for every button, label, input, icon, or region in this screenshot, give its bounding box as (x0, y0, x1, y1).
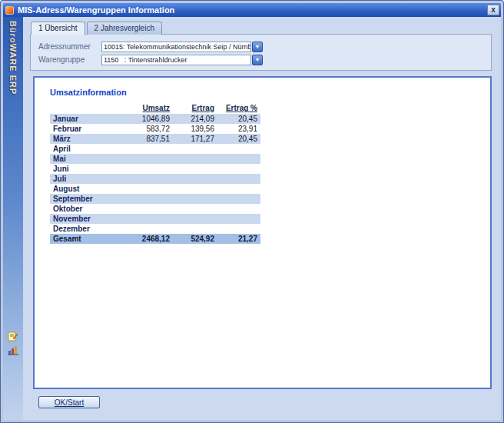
month-cell: Gesamt (50, 234, 122, 244)
umsatz-table-body: Januar1046,89214,0920,45Februar583,72139… (50, 114, 260, 244)
value-cell (217, 204, 260, 214)
value-cell (217, 214, 260, 224)
value-cell (122, 144, 173, 154)
value-cell (122, 174, 173, 184)
value-cell (173, 224, 217, 234)
value-cell: 139,56 (173, 124, 217, 134)
value-cell (173, 204, 217, 214)
value-cell (122, 184, 173, 194)
adressnummer-field[interactable]: 10015: Telekommunikationstechnik Seip / … (101, 42, 251, 52)
value-cell (217, 144, 260, 154)
umsatz-table: Umsatz Ertrag Ertrag % Januar1046,89214,… (50, 102, 260, 244)
value-cell: 171,27 (173, 134, 217, 144)
table-row: Juli (50, 174, 260, 184)
value-cell (122, 204, 173, 214)
value-cell: 23,91 (217, 124, 260, 134)
value-cell: 20,45 (217, 114, 260, 124)
month-cell: April (50, 144, 122, 154)
value-cell (122, 194, 173, 204)
table-header-row: Umsatz Ertrag Ertrag % (50, 102, 260, 114)
ertrag-column-header: Ertrag (173, 102, 217, 114)
sidebar: BüroWARE ERP (3, 17, 23, 420)
table-row: April (50, 144, 260, 154)
table-row: Mai (50, 154, 260, 164)
month-cell: November (50, 214, 122, 224)
value-cell (217, 154, 260, 164)
window-title: MIS-Adress/Warengruppen Information (18, 5, 487, 15)
month-cell: Mai (50, 154, 122, 164)
app-icon (5, 6, 14, 15)
table-row: November (50, 214, 260, 224)
table-row: Dezember (50, 224, 260, 234)
ertrag-pct-column-header: Ertrag % (217, 102, 260, 114)
month-cell: August (50, 184, 122, 194)
window-body: BüroWARE ERP 1 Übersi (3, 17, 501, 420)
month-cell: Januar (50, 114, 122, 124)
tab-bar: 1 Übersicht 2 Jahresvergleich (31, 22, 492, 35)
titlebar: MIS-Adress/Warengruppen Information x (3, 3, 501, 17)
chart-icon[interactable] (8, 345, 18, 355)
value-cell (173, 194, 217, 204)
table-row: Februar583,72139,5623,91 (50, 124, 260, 134)
value-cell (217, 184, 260, 194)
adressnummer-label: Adressnummer (38, 42, 101, 51)
month-cell: Juni (50, 164, 122, 174)
value-cell: 20,45 (217, 134, 260, 144)
client-area: 1 Übersicht 2 Jahresvergleich Adressnumm… (23, 17, 501, 420)
adressnummer-dropdown-button[interactable]: ▼ (252, 42, 263, 52)
table-row: September (50, 194, 260, 204)
table-row: August (50, 184, 260, 194)
app-window: MIS-Adress/Warengruppen Information x Bü… (0, 0, 504, 423)
value-cell (122, 214, 173, 224)
umsatz-column-header: Umsatz (122, 102, 173, 114)
month-column-header (50, 102, 122, 114)
value-cell: 837,51 (122, 134, 173, 144)
value-cell: 21,27 (217, 234, 260, 244)
value-cell (217, 164, 260, 174)
value-cell (122, 164, 173, 174)
adressnummer-row: Adressnummer 10015: Telekommunikationste… (38, 40, 485, 53)
value-cell: 1046,89 (122, 114, 173, 124)
table-row: Juni (50, 164, 260, 174)
total-row: Gesamt2468,12524,9221,27 (50, 234, 260, 244)
value-cell (217, 174, 260, 184)
value-cell (122, 224, 173, 234)
warengruppe-dropdown-button[interactable]: ▼ (252, 55, 263, 65)
value-cell (173, 164, 217, 174)
value-cell (217, 194, 260, 204)
value-cell (173, 174, 217, 184)
tab-uebersicht[interactable]: 1 Übersicht (31, 22, 85, 35)
month-cell: September (50, 194, 122, 204)
warengruppe-label: Warengruppe (38, 55, 101, 64)
month-cell: Februar (50, 124, 122, 134)
note-icon[interactable] (8, 331, 18, 341)
selection-groupbox: Adressnummer 10015: Telekommunikationste… (30, 34, 492, 71)
value-cell (173, 144, 217, 154)
month-cell: Oktober (50, 204, 122, 214)
close-button[interactable]: x (487, 5, 499, 15)
panel-title: Umsatzinformation (50, 88, 482, 97)
footer: OK/Start (30, 389, 492, 415)
brand-logo-text: BüroWARE ERP (8, 21, 18, 95)
table-row: Oktober (50, 204, 260, 214)
month-cell: Dezember (50, 224, 122, 234)
value-cell: 583,72 (122, 124, 173, 134)
warengruppe-field[interactable]: 1150 : Tintenstrahldrucker (101, 55, 251, 65)
value-cell (173, 214, 217, 224)
ok-start-button[interactable]: OK/Start (38, 396, 100, 408)
value-cell (173, 184, 217, 194)
value-cell: 214,09 (173, 114, 217, 124)
table-row: Januar1046,89214,0920,45 (50, 114, 260, 124)
month-cell: März (50, 134, 122, 144)
warengruppe-row: Warengruppe 1150 : Tintenstrahldrucker ▼ (38, 53, 485, 66)
umsatz-panel: Umsatzinformation Umsatz Ertrag Ertrag % (33, 76, 492, 389)
table-row: März837,51171,2720,45 (50, 134, 260, 144)
tab-jahresvergleich[interactable]: 2 Jahresvergleich (87, 22, 162, 35)
value-cell (122, 154, 173, 164)
value-cell (217, 224, 260, 234)
value-cell (173, 154, 217, 164)
month-cell: Juli (50, 174, 122, 184)
value-cell: 2468,12 (122, 234, 173, 244)
value-cell: 524,92 (173, 234, 217, 244)
